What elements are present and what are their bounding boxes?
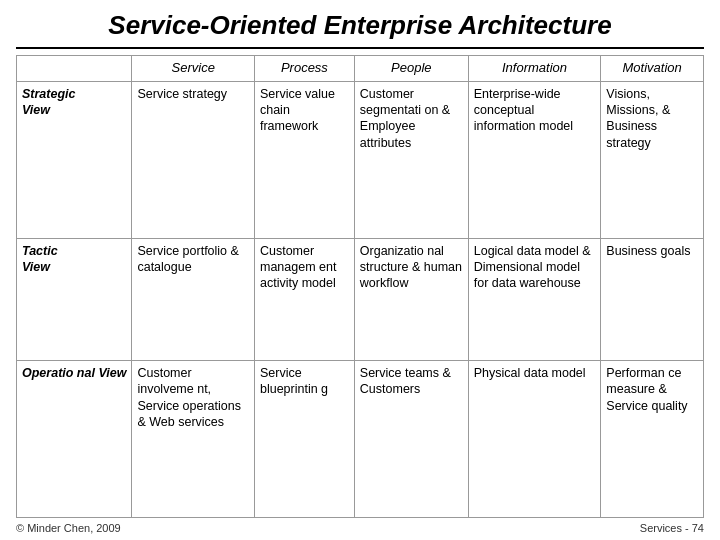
- cell-tactic-motivation: Business goals: [601, 238, 704, 360]
- cell-tactic-service: Service portfolio & catalogue: [132, 238, 255, 360]
- cell-tactic-people: Organizatio nal structure & human workfl…: [354, 238, 468, 360]
- cell-operational-service: Customer involveme nt, Service operation…: [132, 361, 255, 518]
- cell-strategic-service: Service strategy: [132, 81, 255, 238]
- copyright: © Minder Chen, 2009: [16, 522, 121, 534]
- page-number: Services - 74: [640, 522, 704, 534]
- cell-operational-people: Service teams & Customers: [354, 361, 468, 518]
- cell-tactic-process: Customer managem ent activity model: [254, 238, 354, 360]
- row-header-operational: Operatio nal View: [17, 361, 132, 518]
- cell-operational-information: Physical data model: [468, 361, 601, 518]
- header-row: Service Process People Information Motiv…: [17, 56, 704, 82]
- col-header-view: [17, 56, 132, 82]
- page: Service-Oriented Enterprise Architecture…: [0, 0, 720, 540]
- cell-operational-motivation: Performan ce measure & Service quality: [601, 361, 704, 518]
- cell-strategic-motivation: Visions, Missions, & Business strategy: [601, 81, 704, 238]
- cell-operational-process: Service blueprintin g: [254, 361, 354, 518]
- col-header-motivation: Motivation: [601, 56, 704, 82]
- table-row: Operatio nal View Customer involveme nt,…: [17, 361, 704, 518]
- row-header-tactic: TacticView: [17, 238, 132, 360]
- footer: © Minder Chen, 2009 Services - 74: [16, 518, 704, 534]
- table-row: StrategicView Service strategy Service v…: [17, 81, 704, 238]
- cell-strategic-process: Service value chain framework: [254, 81, 354, 238]
- cell-strategic-people: Customer segmentati on & Employee attrib…: [354, 81, 468, 238]
- col-header-process: Process: [254, 56, 354, 82]
- main-table: Service Process People Information Motiv…: [16, 55, 704, 518]
- table-row: TacticView Service portfolio & catalogue…: [17, 238, 704, 360]
- row-header-strategic: StrategicView: [17, 81, 132, 238]
- page-title: Service-Oriented Enterprise Architecture: [16, 10, 704, 49]
- cell-tactic-information: Logical data model & Dimensional model f…: [468, 238, 601, 360]
- col-header-information: Information: [468, 56, 601, 82]
- col-header-service: Service: [132, 56, 255, 82]
- col-header-people: People: [354, 56, 468, 82]
- cell-strategic-information: Enterprise-wide conceptual information m…: [468, 81, 601, 238]
